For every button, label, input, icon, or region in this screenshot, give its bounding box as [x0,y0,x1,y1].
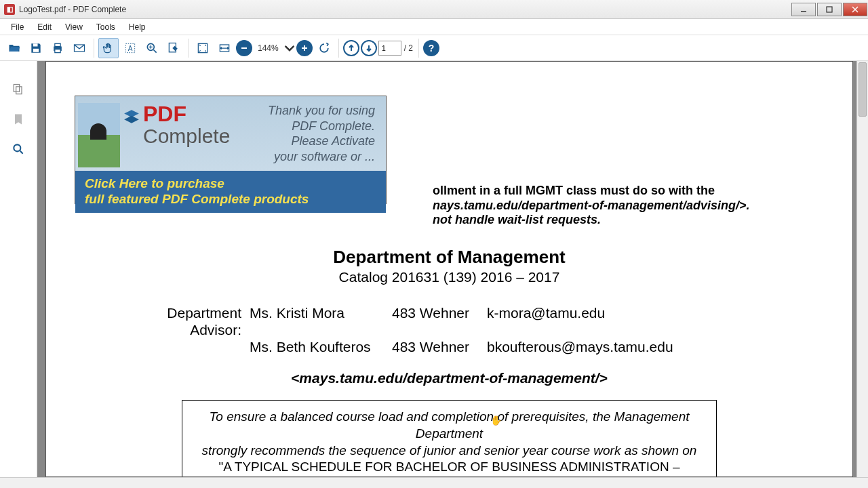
menu-view[interactable]: View [58,20,90,34]
page-input[interactable] [378,41,401,56]
menu-edit[interactable]: Edit [31,20,58,34]
catalog-subtitle: Catalog 201631 (139) 2016 – 2017 [114,269,785,285]
thumbnails-icon[interactable] [10,81,26,98]
toolbar: A 144% / 2 ? [0,35,868,61]
zoom-value: 144% [254,43,283,53]
svg-rect-7 [55,43,60,46]
titlebar: ◧ LogoTest.pdf - PDF Complete [0,0,868,19]
text-select-button[interactable]: A [120,38,140,58]
banner-complete-text: Complete [143,125,230,147]
save-button[interactable] [26,38,46,58]
print-button[interactable] [47,38,68,58]
hand-tool-button[interactable] [98,38,119,58]
zoom-dropdown[interactable] [284,38,295,58]
advisor-block: Department Advisor: Ms. Kristi Mora 483 … [114,304,785,356]
pdf-logo-icon [123,108,140,126]
menu-help[interactable]: Help [122,20,153,34]
info-box: To ensure a balanced course load and com… [182,400,717,477]
scrollbar-thumb[interactable] [859,62,867,117]
svg-rect-23 [16,87,22,94]
minimize-button[interactable] [791,3,816,16]
department-title: Department of Management [114,247,785,268]
app-icon: ◧ [4,4,15,15]
rotate-button[interactable] [314,38,334,58]
banner-pdf-text: PDF [143,103,230,125]
svg-line-25 [20,151,23,154]
status-bar [0,477,868,488]
svg-line-13 [154,49,157,52]
zoom-out-button[interactable] [236,40,252,56]
next-page-button[interactable] [361,40,377,56]
menu-tools[interactable]: Tools [90,20,122,34]
window-title: LogoTest.pdf - PDF Complete [19,5,791,14]
svg-rect-4 [33,43,38,46]
search-icon[interactable] [10,141,26,157]
document-viewport[interactable]: PDF Complete Thank you for using PDF Com… [37,61,868,477]
document-page: PDF Complete Thank you for using PDF Com… [45,61,853,477]
fit-width-button[interactable] [214,38,235,58]
department-url: <mays.tamu.edu/department-of-management/… [114,370,785,386]
svg-text:A: A [128,45,133,52]
svg-rect-1 [827,7,832,12]
svg-rect-8 [55,49,60,52]
zoom-in-button[interactable] [296,40,313,56]
open-button[interactable] [4,38,24,58]
close-button[interactable] [843,3,867,16]
maximize-button[interactable] [817,3,842,16]
edit-tool-button[interactable] [163,38,184,58]
banner-cta[interactable]: Click Here to purchase full featured PDF… [75,171,386,213]
vertical-scrollbar[interactable] [856,61,868,477]
notice-text: ollment in a full MGMT class must do so … [433,184,785,228]
banner-thanks: Thank you for using PDF Complete. Please… [231,96,386,171]
menubar: File Edit View Tools Help [0,19,868,35]
email-button[interactable] [69,38,90,58]
menu-file[interactable]: File [4,20,31,34]
zoom-tool-button[interactable] [142,38,162,58]
banner-image [78,103,120,167]
fit-page-button[interactable] [193,38,213,58]
activation-banner[interactable]: PDF Complete Thank you for using PDF Com… [75,96,387,204]
prev-page-button[interactable] [343,40,359,56]
bookmark-icon[interactable] [10,111,26,127]
svg-rect-22 [14,85,19,92]
svg-rect-5 [33,48,39,52]
side-panel [0,61,37,477]
main-area: PDF Complete Thank you for using PDF Com… [0,61,868,477]
help-button[interactable]: ? [423,40,439,56]
page-total: / 2 [403,43,414,53]
svg-point-24 [14,144,20,151]
